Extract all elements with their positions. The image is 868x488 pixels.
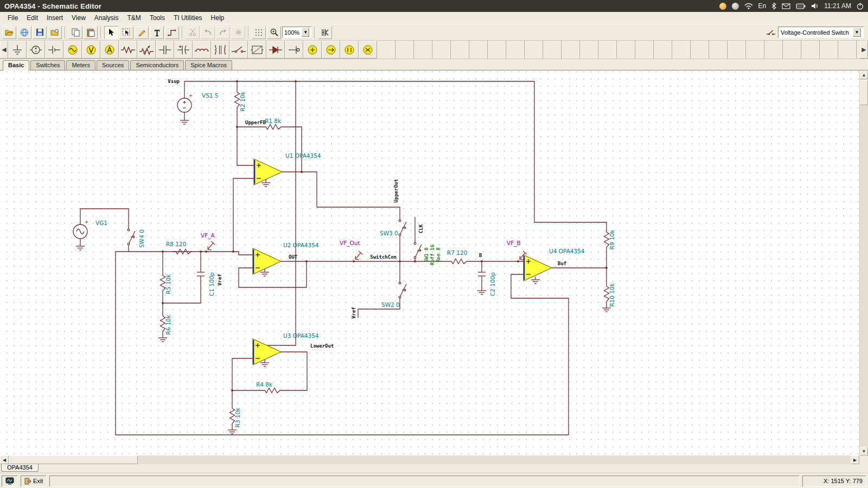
schematic-label-OUT[interactable]: OUT	[289, 254, 298, 260]
palette-potentiometer[interactable]	[137, 41, 156, 59]
tab-meters[interactable]: Meters	[66, 60, 95, 70]
palette-capacitor[interactable]	[156, 41, 174, 59]
schematic-label-VG1[interactable]: VG1	[95, 220, 107, 226]
palette-controlled-source-1[interactable]	[303, 41, 322, 59]
clock[interactable]: 11:21 AM	[824, 2, 851, 10]
schematic-label-Ron-8[interactable]: Ron 8	[436, 247, 441, 262]
switch-SW3[interactable]	[399, 217, 406, 239]
power-icon[interactable]	[857, 3, 864, 10]
wire[interactable]	[232, 390, 261, 405]
palette-controlled-source-4[interactable]	[359, 41, 377, 59]
status-tool-icon[interactable]	[5, 477, 14, 485]
tab-switches[interactable]: Switches	[30, 60, 65, 70]
schematic-label-R10-10k[interactable]: R10 10k	[609, 282, 615, 306]
opamp-U4[interactable]	[524, 255, 552, 281]
schematic-label-R3-10k[interactable]: R3 10k	[234, 407, 241, 428]
probe-VF_Out[interactable]	[355, 251, 362, 260]
horizontal-scrollbar[interactable]: ◀ ▶	[0, 455, 868, 464]
schematic-label-R1-8k[interactable]: R1 8k	[265, 118, 282, 124]
tab-spice-macros[interactable]: Spice Macros	[185, 60, 232, 70]
open-button[interactable]	[2, 26, 16, 39]
ground-c2[interactable]	[477, 287, 486, 294]
schematic-canvas[interactable]: + + VsupVS1 5R2 10kUpperFBR1 8kU1 OPA435…	[0, 70, 859, 455]
save-button[interactable]	[33, 26, 47, 39]
menu-view[interactable]: View	[67, 12, 90, 23]
palette-terminal[interactable]	[285, 41, 303, 59]
select-region-button[interactable]	[119, 26, 133, 39]
palette-scroll-left[interactable]: ◀	[0, 41, 8, 59]
copy-button[interactable]	[68, 26, 82, 39]
ground-u4[interactable]	[531, 277, 540, 284]
source-VS1[interactable]	[177, 93, 193, 112]
menu-tools[interactable]: Tools	[145, 12, 169, 23]
schematic-label-SwitchCon[interactable]: SwitchCon	[370, 254, 397, 260]
schematic-label-B[interactable]: B	[479, 253, 482, 258]
switch-SW1[interactable]	[414, 240, 422, 261]
schematic-label-U1-OPA4354[interactable]: U1 OPA4354	[285, 152, 321, 159]
schematic-label-C2-100p[interactable]: C2 100p	[489, 272, 496, 296]
schematic-label-VS1-5[interactable]: VS1 5	[202, 92, 219, 99]
schematic-label-Vref[interactable]: Vref	[351, 307, 356, 319]
tab-semiconductors[interactable]: Semiconductors	[130, 60, 184, 70]
wire[interactable]	[233, 178, 254, 252]
bluetooth-icon[interactable]	[771, 2, 776, 10]
cut-button[interactable]	[186, 26, 200, 39]
ground-r6[interactable]	[158, 335, 167, 342]
palette-voltage-generator[interactable]	[63, 41, 82, 59]
palette-inductor[interactable]	[193, 41, 211, 59]
undo-button[interactable]	[201, 26, 215, 39]
schematic-label-Vsup[interactable]: Vsup	[168, 79, 180, 84]
component-mode-dropdown-arrow[interactable]: ▼	[853, 28, 861, 37]
tab-basic[interactable]: Basic	[3, 60, 29, 70]
pen-tool-button[interactable]	[135, 26, 149, 39]
schematic-label-SW3-0[interactable]: SW3 0	[380, 230, 398, 236]
switch-SW4[interactable]	[127, 226, 135, 248]
menu-help[interactable]: Help	[207, 12, 229, 23]
schematic-label-R9-10k[interactable]: R9 10k	[609, 229, 615, 250]
wire[interactable]	[116, 252, 569, 435]
zoom-button[interactable]	[267, 26, 281, 39]
cursor-tool-button[interactable]	[104, 26, 118, 39]
menu-edit[interactable]: Edit	[22, 12, 42, 23]
opamp-U2[interactable]	[253, 248, 281, 274]
schematic-label-UpperFB[interactable]: UpperFB	[245, 120, 266, 125]
wire[interactable]	[237, 127, 254, 165]
tab-sources[interactable]: Sources	[97, 60, 129, 70]
wifi-icon[interactable]	[744, 3, 753, 9]
zoom-select[interactable]: 100% ▼	[282, 27, 311, 38]
schematic-label-U4-OPA4354[interactable]: U4 OPA4354	[549, 248, 585, 254]
wire[interactable]	[282, 172, 400, 217]
wire[interactable]	[281, 352, 307, 390]
capacitor-C1[interactable]	[197, 272, 205, 276]
schematic-label-SW1-0[interactable]: SW1 0	[424, 247, 429, 262]
horizontal-scroll-thumb[interactable]	[9, 455, 138, 464]
wire[interactable]	[282, 127, 302, 172]
menu-analysis[interactable]: Analysis	[90, 12, 123, 23]
menu-insert[interactable]: Insert	[42, 12, 67, 23]
palette-voltmeter[interactable]	[82, 41, 100, 59]
redo-button[interactable]	[216, 26, 230, 39]
palette-polarized-capacitor[interactable]	[174, 41, 193, 59]
menu-ti-utilities[interactable]: TI Utilities	[169, 12, 207, 23]
wire-tool-button[interactable]	[165, 26, 179, 39]
schematic-label-U3-OPA4354[interactable]: U3 OPA4354	[283, 332, 319, 339]
schematic-drawing[interactable]: + + VsupVS1 5R2 10kUpperFBR1 8kU1 OPA435…	[0, 70, 859, 455]
palette-battery[interactable]	[45, 41, 63, 59]
repeat-button[interactable]	[231, 26, 245, 39]
grid-toggle-button[interactable]	[252, 26, 266, 39]
scroll-up-arrow[interactable]: ▲	[860, 70, 868, 79]
palette-ammeter[interactable]	[100, 41, 119, 59]
wire[interactable]	[232, 358, 253, 390]
schematic-label-R8-120[interactable]: R8 120	[166, 241, 186, 247]
mail-icon[interactable]	[782, 3, 790, 9]
palette-scroll-right[interactable]: ▶	[860, 41, 868, 59]
paste-button[interactable]	[84, 26, 98, 39]
probe-VF_A[interactable]	[208, 241, 215, 250]
menu-tm[interactable]: T&M	[123, 12, 145, 23]
palette-diode[interactable]	[266, 41, 285, 59]
palette-relay[interactable]	[248, 41, 266, 59]
scroll-left-arrow[interactable]: ◀	[0, 455, 9, 464]
instrument-button[interactable]	[318, 26, 332, 39]
schematic-label-Vref[interactable]: Vref	[217, 274, 222, 286]
keyboard-layout[interactable]: En	[758, 2, 767, 10]
